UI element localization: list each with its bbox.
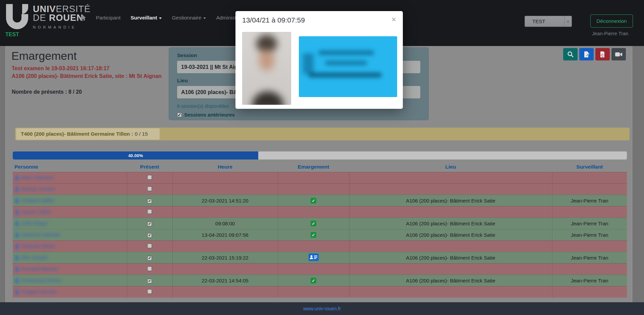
person-name-link[interactable]: Marc Edouard xyxy=(21,175,53,180)
present-checkbox[interactable]: ✓ xyxy=(147,222,152,226)
emargement-cell xyxy=(278,286,349,298)
id-card-icon[interactable] xyxy=(309,254,319,261)
nav-item-surveillant[interactable]: Surveillant xyxy=(130,15,162,21)
present-checkbox[interactable] xyxy=(147,175,152,180)
person-name-link[interactable]: Celin Edgar xyxy=(21,220,48,226)
person-cell: Elie Joseph xyxy=(13,252,127,263)
logo-line3: NORMANDIE xyxy=(33,23,91,32)
person-name-link[interactable]: Ferrand Maxime xyxy=(21,266,58,272)
chevron-down-icon xyxy=(159,17,162,19)
footer-link[interactable]: www.univ-rouen.fr xyxy=(303,306,341,311)
present-checkbox[interactable] xyxy=(147,186,152,191)
signed-check-icon[interactable]: ✓ xyxy=(311,232,316,238)
emargement-cell: ✓ xyxy=(278,195,349,206)
present-cell: ✓ xyxy=(127,218,172,229)
signed-check-icon[interactable]: ✓ xyxy=(311,278,316,283)
blurred-identity: Fontenaud Simon xyxy=(15,277,61,283)
surveillant-cell xyxy=(552,286,627,298)
surveillant-cell xyxy=(552,183,627,195)
video-button[interactable] xyxy=(611,48,626,60)
home-icon[interactable] xyxy=(80,15,86,20)
present-checkbox[interactable] xyxy=(147,289,152,294)
present-checkbox[interactable]: ✓ xyxy=(147,199,152,204)
person-name-link[interactable]: Bressy Vincent xyxy=(21,186,55,192)
heure-cell xyxy=(172,183,278,195)
nav-item-participant[interactable]: Participant xyxy=(96,15,120,21)
person-cell: Marc Edouard xyxy=(13,172,127,183)
person-icon xyxy=(15,221,19,226)
col-header-personne[interactable]: Personne xyxy=(13,162,127,172)
heure-cell: 22-03-2021 15:19:22 xyxy=(172,252,278,263)
surveillant-cell xyxy=(552,240,627,252)
nav-item-gestionnaire[interactable]: Gestionnaire xyxy=(172,15,206,21)
person-cell: Ferrand Maxime xyxy=(13,263,127,275)
person-name-link[interactable]: Delorme Nathalie xyxy=(21,232,60,237)
page-title: Emargement xyxy=(11,49,77,62)
file-export-icon xyxy=(599,51,606,58)
person-cell: Delaroix Olivier xyxy=(13,240,127,252)
col-header-present[interactable]: Présent xyxy=(127,162,172,172)
emargement-cell xyxy=(278,206,349,218)
surveillant-cell xyxy=(552,206,627,218)
lieu-cell xyxy=(349,240,552,252)
student-id-card-blurred xyxy=(299,36,397,97)
heure-cell: 22-03-2021 14:51:20 xyxy=(172,195,278,206)
surveillant-cell xyxy=(552,263,627,275)
person-name-link[interactable]: Fontenaud Simon xyxy=(21,277,61,283)
surveillant-cell: Jean-Pierre Tran xyxy=(552,195,627,206)
col-header-heure[interactable]: Heure xyxy=(172,162,278,172)
previous-sessions-checkbox[interactable]: ✓ xyxy=(177,113,182,117)
person-name-link[interactable]: Elie Joseph xyxy=(21,255,48,260)
present-cell xyxy=(127,183,172,195)
present-checkbox[interactable] xyxy=(147,266,152,271)
person-name-link[interactable]: Daucis Gilles xyxy=(21,209,51,215)
presents-count: Nombre de présents : 8 / 20 xyxy=(12,89,82,95)
person-icon xyxy=(15,243,19,249)
table-row: Bressy Vincent xyxy=(13,183,627,195)
present-cell xyxy=(127,206,172,218)
blurred-identity: Marc Edouard xyxy=(15,175,53,180)
close-icon[interactable]: × xyxy=(391,16,396,23)
blurred-face xyxy=(242,32,291,105)
footer: www.univ-rouen.fr xyxy=(0,302,644,315)
blurred-identity: Chabrol Vallée xyxy=(15,197,54,203)
heure-cell xyxy=(172,172,278,183)
chevron-down-icon: ˅ xyxy=(564,16,572,27)
present-checkbox[interactable]: ✓ xyxy=(147,256,152,261)
col-header-surveillant[interactable]: Surveillant xyxy=(552,162,627,172)
present-cell: ✓ xyxy=(127,252,172,263)
present-checkbox[interactable] xyxy=(147,209,152,214)
person-name-link[interactable]: Chabrol Vallée xyxy=(21,197,54,203)
rouen-u-logo-icon xyxy=(5,3,30,30)
signed-check-icon[interactable]: ✓ xyxy=(311,198,316,204)
signature-photo-modal: 13/04/21 à 09:07:59 × xyxy=(235,11,403,109)
available-sessions-link[interactable]: 6 session(s) disponibles xyxy=(177,103,229,109)
table-row: Chabrol Vallée ✓ 22-03-2021 14:51:20 ✓ A… xyxy=(13,195,627,206)
present-checkbox[interactable]: ✓ xyxy=(147,279,152,283)
environment-badge: TEST xyxy=(5,32,19,38)
present-checkbox[interactable] xyxy=(147,243,152,248)
present-checkbox[interactable]: ✓ xyxy=(147,233,152,238)
export-button[interactable] xyxy=(595,48,610,60)
signed-check-icon[interactable]: ✓ xyxy=(311,221,316,226)
blurred-identity: Delaroix Olivier xyxy=(15,243,56,249)
person-name-link[interactable]: Fragant Nicolas xyxy=(21,289,57,295)
blurred-identity: Daucis Gilles xyxy=(15,209,51,215)
environment-select[interactable]: TEST ˅ xyxy=(525,16,572,27)
person-icon xyxy=(15,175,19,180)
search-button[interactable] xyxy=(563,48,578,60)
blurred-identity: Ferrand Maxime xyxy=(15,266,58,272)
lieu-cell xyxy=(349,172,552,183)
room-count: 0 / 15 xyxy=(135,131,148,137)
sign-sheet-button[interactable] xyxy=(579,48,594,60)
col-header-emargement[interactable]: Emargement xyxy=(278,162,349,172)
logout-button[interactable]: Déconnexion xyxy=(590,14,633,28)
col-header-lieu[interactable]: Lieu xyxy=(349,162,552,172)
person-cell: Fontenaud Simon xyxy=(13,275,127,286)
heure-cell xyxy=(172,240,278,252)
table-row: Daucis Gilles xyxy=(13,206,627,218)
person-name-link[interactable]: Delaroix Olivier xyxy=(21,243,56,249)
blurred-identity: Bressy Vincent xyxy=(15,186,55,192)
heure-cell xyxy=(172,286,278,298)
logo-line2-light: DE xyxy=(33,13,49,23)
